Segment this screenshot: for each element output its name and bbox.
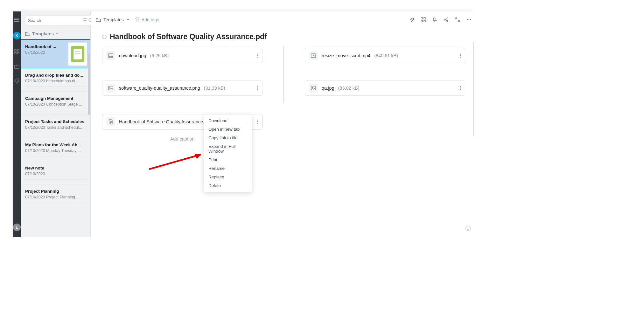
- svg-point-43: [467, 228, 468, 228]
- menu-item-replace[interactable]: Replace: [204, 173, 252, 181]
- search-box[interactable]: [24, 15, 96, 25]
- menu-item-rename[interactable]: Rename: [204, 164, 252, 173]
- filter-icon[interactable]: [83, 18, 87, 23]
- menu-item-open-new-tab[interactable]: Open in new tab: [204, 125, 252, 134]
- toolbar-right: [409, 17, 472, 22]
- video-icon: [309, 51, 318, 60]
- content-toolbar: Templates Add tags: [91, 11, 474, 28]
- note-item[interactable]: Project Planning 07/10/2020 Project Plan…: [21, 184, 90, 204]
- app-root: K L: [13, 11, 472, 237]
- svg-point-28: [257, 120, 258, 121]
- rail-icons: [14, 49, 20, 84]
- svg-point-13: [447, 18, 448, 19]
- note-title: Drag and drop files and do...: [25, 73, 86, 78]
- svg-point-12: [444, 19, 445, 20]
- search-input[interactable]: [28, 18, 81, 23]
- document-icon: [106, 117, 115, 126]
- sidebar-breadcrumb[interactable]: Templates: [21, 29, 90, 39]
- image-icon: [106, 84, 115, 93]
- expand-icon[interactable]: [455, 17, 460, 22]
- note-item[interactable]: New note 07/10/2020: [21, 161, 90, 184]
- emoji-icon[interactable]: [465, 225, 471, 232]
- column-divider: [284, 48, 284, 141]
- menu-item-print[interactable]: Print: [204, 155, 252, 164]
- note-meta: 07/10/2020 Tasks and schedul...: [25, 125, 86, 130]
- avatar-secondary[interactable]: L: [13, 224, 21, 231]
- svg-rect-11: [424, 20, 425, 22]
- note-meta: 07/10/2020 Conception Stage ...: [25, 102, 86, 107]
- svg-point-30: [257, 123, 258, 124]
- svg-rect-9: [424, 17, 425, 19]
- note-title: New note: [25, 166, 86, 170]
- note-title: Handbook of ...: [25, 44, 66, 49]
- svg-point-36: [312, 87, 313, 88]
- menu-item-delete[interactable]: Delete: [204, 181, 252, 190]
- breadcrumb-label: Templates: [103, 17, 124, 22]
- note-item[interactable]: Project Tasks and Schedules 07/10/2020 T…: [21, 115, 90, 138]
- svg-point-26: [257, 88, 258, 89]
- apps-icon[interactable]: [14, 49, 20, 55]
- svg-marker-41: [194, 154, 201, 159]
- folder-icon: [25, 31, 30, 36]
- file-more-icon[interactable]: [460, 53, 461, 58]
- note-item[interactable]: Handbook of ... 07/10/2020: [21, 39, 90, 68]
- caret-down-icon: [56, 32, 59, 35]
- menu-item-expand-full[interactable]: Expand in Full Window: [204, 142, 252, 155]
- file-size: (83.02 kB): [338, 86, 360, 91]
- note-item[interactable]: Campaign Management 07/10/2020 Conceptio…: [21, 92, 90, 115]
- svg-point-27: [257, 89, 258, 90]
- file-columns: download.jpg (6.25 kB) softwa: [102, 48, 465, 141]
- apps-icon[interactable]: [421, 17, 426, 22]
- note-item[interactable]: Drag and drop files and do... 07/10/2020…: [21, 68, 90, 92]
- file-card[interactable]: qa.jpg (83.02 kB): [305, 80, 465, 96]
- menu-item-download[interactable]: Download: [204, 116, 252, 125]
- bell-icon[interactable]: [432, 17, 437, 22]
- scrollbar[interactable]: [88, 54, 90, 115]
- file-name: resize_move_scrol.mp4: [322, 53, 370, 58]
- menu-icon[interactable]: [14, 18, 19, 22]
- caret-down-icon: [126, 18, 130, 21]
- svg-line-40: [149, 155, 201, 169]
- svg-point-34: [460, 57, 461, 58]
- avatar[interactable]: K: [13, 32, 21, 39]
- file-more-icon[interactable]: [257, 120, 258, 124]
- file-name: software_quality-quality_assurance.png: [119, 86, 200, 91]
- svg-point-37: [460, 86, 461, 87]
- note-title: Project Planning: [25, 189, 86, 194]
- svg-point-4: [18, 80, 18, 80]
- content-breadcrumb[interactable]: Templates: [96, 17, 130, 22]
- file-card[interactable]: resize_move_scrol.mp4 (840.61 kB): [305, 48, 465, 63]
- folder-icon[interactable]: [14, 64, 20, 69]
- folder-icon: [96, 17, 101, 22]
- svg-point-29: [257, 121, 258, 122]
- more-icon[interactable]: [466, 17, 472, 22]
- share-icon[interactable]: [444, 17, 449, 22]
- note-item[interactable]: My Plans for the Week Ah... 07/10/2020 M…: [21, 138, 90, 161]
- svg-rect-3: [18, 52, 19, 54]
- svg-point-32: [460, 54, 461, 55]
- file-size: (31.39 kB): [204, 86, 225, 91]
- file-size: (6.25 kB): [150, 53, 169, 58]
- file-more-icon[interactable]: [257, 86, 258, 90]
- svg-rect-1: [18, 50, 19, 51]
- add-tags[interactable]: Add tags: [135, 17, 159, 22]
- svg-rect-2: [15, 52, 16, 54]
- svg-point-44: [469, 228, 469, 228]
- file-name: qa.jpg: [322, 86, 334, 91]
- content: Templates Add tags: [91, 11, 474, 237]
- file-more-icon[interactable]: [257, 53, 258, 58]
- title-checkbox[interactable]: [102, 35, 107, 39]
- page-body: Handbook of Software Quality Assurance.p…: [91, 28, 474, 237]
- file-card[interactable]: software_quality-quality_assurance.png (…: [102, 80, 262, 96]
- svg-rect-0: [15, 50, 16, 51]
- image-icon: [106, 51, 115, 60]
- add-tags-label: Add tags: [142, 17, 159, 22]
- file-card[interactable]: download.jpg (6.25 kB): [102, 48, 262, 63]
- tag-icon: [135, 17, 140, 22]
- file-more-icon[interactable]: [460, 86, 461, 90]
- sidebar-topbar: [21, 11, 90, 29]
- tag-icon[interactable]: [14, 78, 20, 84]
- menu-item-copy-link[interactable]: Copy link to file: [204, 134, 252, 142]
- attachment-icon[interactable]: [409, 17, 414, 22]
- scrollbar[interactable]: [473, 42, 474, 137]
